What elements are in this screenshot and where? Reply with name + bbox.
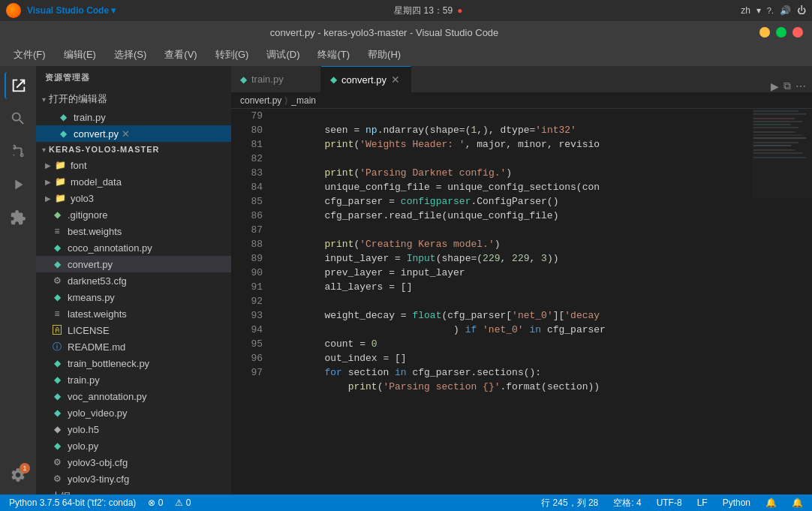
open-editors-section[interactable]: ▾ 打开的编辑器 — [36, 89, 231, 109]
open-file-train[interactable]: ◆ train.py — [36, 109, 231, 125]
file-train-bottleneck[interactable]: ◆ train_bottleneck.py — [36, 355, 231, 371]
breadcrumb-file[interactable]: convert.py — [240, 95, 281, 106]
file-convert[interactable]: ◆ convert.py — [36, 256, 231, 272]
indentation-status[interactable]: 空格: 4 — [610, 497, 644, 509]
file-coco-annotation[interactable]: ◆ coco_annotation.py — [36, 239, 231, 256]
open-editors-chevron: ▾ — [42, 95, 46, 104]
breadcrumb-symbol[interactable]: _main — [291, 95, 316, 106]
tab-train-py[interactable]: ◆ train.py — [231, 66, 321, 92]
window-title: convert.py - keras-yolo3-master - Visual… — [270, 27, 499, 38]
extensions-activity-icon[interactable] — [5, 204, 32, 231]
file-license[interactable]: 🄰 LICENSE — [36, 322, 231, 338]
tab-close-convert[interactable]: ✕ — [391, 74, 400, 86]
minimap — [752, 109, 812, 494]
menu-view[interactable]: 查看(V) — [157, 45, 204, 65]
file-yolov3-obj[interactable]: ⚙ yolov3-obj.cfg — [36, 454, 231, 470]
folder-model-data[interactable]: ▶ 📁 model_data — [36, 173, 231, 190]
menu-selection[interactable]: 选择(S) — [107, 45, 154, 65]
python-file-icon: ◆ — [57, 112, 69, 122]
source-control-activity-icon[interactable] — [5, 138, 32, 165]
activity-bar: 1 — [0, 66, 36, 494]
menu-goto[interactable]: 转到(G) — [208, 45, 257, 65]
menu-help[interactable]: 帮助(H) — [360, 45, 408, 65]
more-actions-button[interactable]: ⋯ — [795, 80, 806, 92]
notification-bell[interactable]: 🔔 — [789, 497, 806, 508]
code-container: 79 80 81 82 83 84 85 86 87 88 89 90 91 9… — [231, 109, 812, 494]
python-file-icon-2: ◆ — [57, 128, 69, 139]
line-numbers: 79 80 81 82 83 84 85 86 87 88 89 90 91 9… — [231, 109, 269, 494]
file-latest-weights[interactable]: ≡ latest.weights — [36, 305, 231, 322]
svg-rect-15 — [752, 109, 812, 199]
file-train[interactable]: ◆ train.py — [36, 371, 231, 388]
close-button[interactable] — [792, 27, 803, 38]
vscode-logo: Visual Studio Code ▾ — [27, 5, 116, 16]
clock: 星期四 13：59 ● — [394, 5, 462, 17]
settings-activity-icon[interactable]: 1 — [5, 461, 32, 488]
split-editor-button[interactable]: ⧉ — [783, 80, 791, 92]
feedback-icon[interactable]: 🔔 — [762, 497, 780, 508]
sidebar: 资源管理器 ▾ 打开的编辑器 ◆ train.py ◆ convert.py ✕… — [36, 66, 231, 494]
title-bar: convert.py - keras-yolo3-master - Visual… — [0, 21, 812, 44]
sidebar-header: 资源管理器 — [36, 66, 231, 89]
code-editor[interactable]: seen = np.ndarray(shape=(1,), dtype='int… — [269, 109, 752, 494]
file-best-weights[interactable]: ≡ best.weights — [36, 223, 231, 239]
language-status[interactable]: Python — [720, 497, 753, 508]
status-bar: Python 3.7.5 64-bit ('tf2': conda) ⊗ 0 ⚠… — [0, 494, 812, 511]
python-env-status[interactable]: Python 3.7.5 64-bit ('tf2': conda) — [6, 497, 139, 508]
menu-file[interactable]: 文件(F) — [6, 45, 53, 65]
menu-edit[interactable]: 编辑(E) — [56, 45, 104, 65]
file-gitignore[interactable]: ◆ .gitignore — [36, 206, 231, 223]
warnings-status[interactable]: ⚠ 0 — [172, 497, 194, 508]
open-file-convert[interactable]: ◆ convert.py ✕ — [36, 125, 231, 142]
minimize-button[interactable] — [759, 27, 770, 38]
file-kmeans[interactable]: ◆ kmeans.py — [36, 289, 231, 305]
file-yolov3-tiny[interactable]: ⚙ yolov3-tiny.cfg — [36, 470, 231, 487]
menu-debug[interactable]: 调试(D) — [259, 45, 307, 65]
explorer-activity-icon[interactable] — [5, 72, 32, 99]
file-voc-annotation[interactable]: ◆ voc_annotation.py — [36, 388, 231, 404]
tab-convert-py[interactable]: ◆ convert.py ✕ — [321, 66, 411, 92]
file-darknet53[interactable]: ⚙ darknet53.cfg — [36, 272, 231, 289]
folder-yolo3[interactable]: ▶ 📁 yolo3 — [36, 190, 231, 206]
menu-terminal[interactable]: 终端(T) — [310, 45, 357, 65]
file-yolo-py[interactable]: ◆ yolo.py — [36, 437, 231, 454]
folder-font[interactable]: ▶ 📁 font — [36, 157, 231, 173]
outline-section[interactable]: ▶ 大纲 — [36, 487, 231, 494]
firefox-icon — [6, 3, 21, 18]
maximize-button[interactable] — [776, 27, 786, 38]
search-activity-icon[interactable] — [5, 105, 32, 132]
file-yolo-video[interactable]: ◆ yolo_video.py — [36, 404, 231, 421]
file-yolo-h5[interactable]: ◆ yolo.h5 — [36, 421, 231, 437]
encoding-status[interactable]: UTF-8 — [654, 497, 685, 508]
errors-status[interactable]: ⊗ 0 — [145, 497, 166, 508]
project-section[interactable]: ▾ KERAS-YOLO3-MASTER — [36, 142, 231, 157]
run-code-button[interactable]: ▶ — [771, 80, 779, 92]
cursor-position-status[interactable]: 行 245，列 28 — [538, 497, 601, 509]
close-tab-x[interactable]: ✕ — [122, 128, 130, 140]
settings-badge: 1 — [20, 463, 30, 473]
file-tree: ▶ 📁 font ▶ 📁 model_data ▶ 📁 yolo3 ◆ .git… — [36, 157, 231, 494]
menu-bar: 文件(F) 编辑(E) 选择(S) 查看(V) 转到(G) 调试(D) 终端(T… — [0, 44, 812, 66]
debug-activity-icon[interactable] — [5, 171, 32, 198]
tab-bar: ◆ train.py ◆ convert.py ✕ ▶ ⧉ ⋯ — [231, 66, 812, 92]
editor-area: ◆ train.py ◆ convert.py ✕ ▶ ⧉ ⋯ convert.… — [231, 66, 812, 494]
breadcrumb: convert.py ⟩ _main — [231, 92, 812, 109]
file-readme[interactable]: ⓘ README.md — [36, 338, 231, 355]
tab-actions: ▶ ⧉ ⋯ — [765, 80, 812, 92]
system-bar: Visual Studio Code ▾ 星期四 13：59 ● zh ▾ ?.… — [0, 0, 812, 21]
project-chevron: ▾ — [42, 146, 46, 154]
eol-status[interactable]: LF — [694, 497, 711, 508]
